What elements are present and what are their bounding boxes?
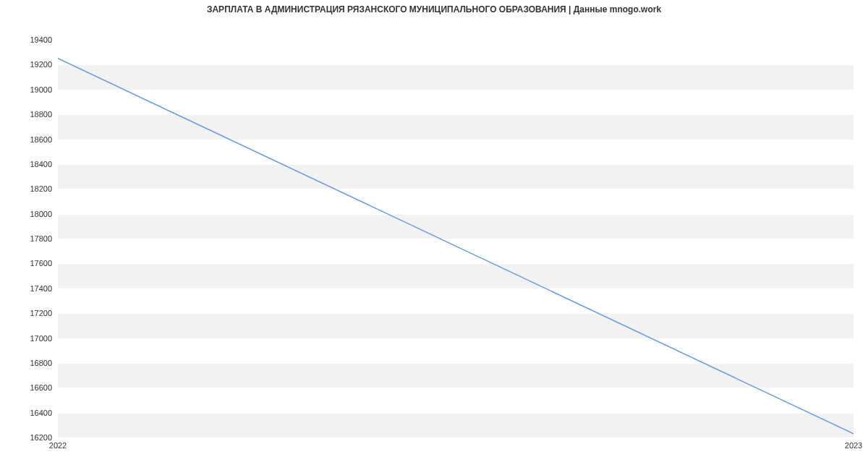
- x-tick-label: 2023: [845, 441, 862, 450]
- y-tick-label: 17000: [16, 334, 52, 343]
- chart-title: ЗАРПЛАТА В АДМИНИСТРАЦИЯ РЯЗАНСКОГО МУНИ…: [0, 4, 868, 14]
- y-tick-label: 19000: [16, 85, 52, 94]
- y-tick-label: 16200: [16, 433, 52, 442]
- x-tick-label: 2022: [49, 441, 67, 450]
- y-tick-label: 18000: [16, 210, 52, 218]
- line-series: [58, 40, 854, 437]
- y-tick-label: 17400: [16, 284, 52, 293]
- plot-area: [58, 40, 854, 437]
- y-tick-label: 16400: [16, 409, 52, 417]
- y-tick-label: 18600: [16, 135, 52, 144]
- y-tick-label: 17600: [16, 259, 52, 268]
- y-tick-label: 19200: [16, 60, 52, 69]
- y-tick-label: 18200: [16, 184, 52, 193]
- y-tick-label: 18400: [16, 160, 52, 168]
- y-tick-label: 18800: [16, 110, 52, 119]
- chart-container: ЗАРПЛАТА В АДМИНИСТРАЦИЯ РЯЗАНСКОГО МУНИ…: [0, 0, 868, 470]
- y-tick-label: 16800: [16, 359, 52, 367]
- y-tick-label: 17800: [16, 234, 52, 243]
- y-tick-label: 16600: [16, 383, 52, 392]
- y-tick-label: 19400: [16, 35, 52, 44]
- y-tick-label: 17200: [16, 309, 52, 317]
